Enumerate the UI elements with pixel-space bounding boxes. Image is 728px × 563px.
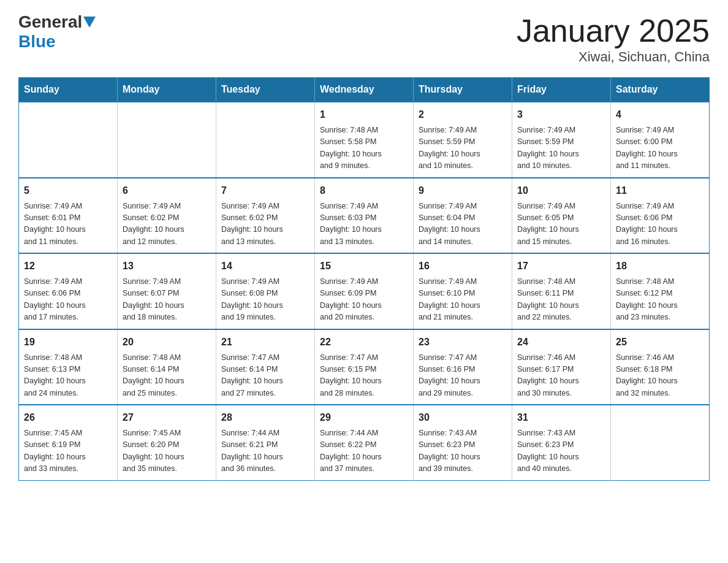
day-info: Sunrise: 7:49 AM Sunset: 6:07 PM Dayligh… bbox=[123, 276, 211, 324]
calendar-cell: 17Sunrise: 7:48 AM Sunset: 6:11 PM Dayli… bbox=[512, 253, 611, 329]
calendar-cell: 9Sunrise: 7:49 AM Sunset: 6:04 PM Daylig… bbox=[414, 178, 512, 254]
day-number: 17 bbox=[517, 259, 605, 274]
day-info: Sunrise: 7:47 AM Sunset: 6:14 PM Dayligh… bbox=[221, 352, 309, 400]
day-number: 16 bbox=[419, 259, 507, 274]
calendar-cell: 25Sunrise: 7:46 AM Sunset: 6:18 PM Dayli… bbox=[611, 329, 710, 405]
day-number: 28 bbox=[221, 410, 309, 425]
day-number: 31 bbox=[517, 410, 605, 425]
day-info: Sunrise: 7:49 AM Sunset: 6:06 PM Dayligh… bbox=[616, 201, 704, 248]
day-number: 27 bbox=[123, 410, 211, 425]
calendar-cell: 27Sunrise: 7:45 AM Sunset: 6:20 PM Dayli… bbox=[118, 405, 216, 480]
day-info: Sunrise: 7:43 AM Sunset: 6:23 PM Dayligh… bbox=[419, 427, 507, 475]
day-info: Sunrise: 7:49 AM Sunset: 6:06 PM Dayligh… bbox=[24, 276, 112, 324]
logo-general: General bbox=[18, 12, 82, 32]
calendar-header: SundayMondayTuesdayWednesdayThursdayFrid… bbox=[19, 78, 710, 102]
day-header-monday: Monday bbox=[118, 78, 216, 102]
calendar-title: January 2025 bbox=[517, 12, 710, 49]
day-info: Sunrise: 7:48 AM Sunset: 6:11 PM Dayligh… bbox=[517, 276, 605, 324]
calendar-cell: 12Sunrise: 7:49 AM Sunset: 6:06 PM Dayli… bbox=[19, 253, 118, 329]
logo-blue-text: Blue bbox=[18, 32, 56, 52]
day-info: Sunrise: 7:49 AM Sunset: 5:59 PM Dayligh… bbox=[419, 124, 507, 172]
day-info: Sunrise: 7:49 AM Sunset: 6:01 PM Dayligh… bbox=[24, 201, 112, 248]
day-number: 9 bbox=[419, 183, 507, 198]
calendar-cell: 2Sunrise: 7:49 AM Sunset: 5:59 PM Daylig… bbox=[414, 102, 512, 178]
day-info: Sunrise: 7:48 AM Sunset: 6:12 PM Dayligh… bbox=[616, 276, 704, 324]
calendar-cell: 8Sunrise: 7:49 AM Sunset: 6:03 PM Daylig… bbox=[315, 178, 414, 254]
day-header-friday: Friday bbox=[512, 78, 611, 102]
page-header: General Blue January 2025 Xiwai, Sichuan… bbox=[18, 12, 710, 65]
day-number: 24 bbox=[517, 335, 605, 350]
day-number: 22 bbox=[320, 335, 408, 350]
day-info: Sunrise: 7:49 AM Sunset: 6:03 PM Dayligh… bbox=[320, 201, 408, 248]
day-header-wednesday: Wednesday bbox=[315, 78, 414, 102]
day-number: 4 bbox=[616, 107, 704, 122]
day-number: 11 bbox=[616, 183, 704, 198]
calendar-cell bbox=[611, 405, 710, 480]
day-number: 7 bbox=[221, 183, 309, 198]
day-info: Sunrise: 7:49 AM Sunset: 5:59 PM Dayligh… bbox=[517, 124, 605, 172]
week-row-4: 26Sunrise: 7:45 AM Sunset: 6:19 PM Dayli… bbox=[19, 405, 710, 480]
day-number: 23 bbox=[419, 335, 507, 350]
calendar-cell: 22Sunrise: 7:47 AM Sunset: 6:15 PM Dayli… bbox=[315, 329, 414, 405]
day-info: Sunrise: 7:44 AM Sunset: 6:22 PM Dayligh… bbox=[320, 427, 408, 475]
calendar-cell: 7Sunrise: 7:49 AM Sunset: 6:02 PM Daylig… bbox=[216, 178, 315, 254]
calendar-cell: 18Sunrise: 7:48 AM Sunset: 6:12 PM Dayli… bbox=[611, 253, 710, 329]
day-number: 8 bbox=[320, 183, 408, 198]
day-info: Sunrise: 7:45 AM Sunset: 6:20 PM Dayligh… bbox=[123, 427, 211, 475]
day-header-saturday: Saturday bbox=[611, 78, 710, 102]
calendar-cell: 11Sunrise: 7:49 AM Sunset: 6:06 PM Dayli… bbox=[611, 178, 710, 254]
calendar-cell: 15Sunrise: 7:49 AM Sunset: 6:09 PM Dayli… bbox=[315, 253, 414, 329]
day-number: 12 bbox=[24, 259, 112, 274]
logo-blue: Blue bbox=[18, 32, 56, 51]
week-row-3: 19Sunrise: 7:48 AM Sunset: 6:13 PM Dayli… bbox=[19, 329, 710, 405]
calendar-cell bbox=[19, 102, 118, 178]
day-number: 26 bbox=[24, 410, 112, 425]
calendar-cell: 28Sunrise: 7:44 AM Sunset: 6:21 PM Dayli… bbox=[216, 405, 315, 480]
day-info: Sunrise: 7:47 AM Sunset: 6:16 PM Dayligh… bbox=[419, 352, 507, 400]
day-number: 18 bbox=[616, 259, 704, 274]
day-info: Sunrise: 7:44 AM Sunset: 6:21 PM Dayligh… bbox=[221, 427, 309, 475]
day-info: Sunrise: 7:49 AM Sunset: 6:10 PM Dayligh… bbox=[419, 276, 507, 324]
day-number: 19 bbox=[24, 335, 112, 350]
calendar-cell: 19Sunrise: 7:48 AM Sunset: 6:13 PM Dayli… bbox=[19, 329, 118, 405]
day-info: Sunrise: 7:49 AM Sunset: 6:04 PM Dayligh… bbox=[419, 201, 507, 248]
day-number: 2 bbox=[419, 107, 507, 122]
day-header-thursday: Thursday bbox=[414, 78, 512, 102]
logo-triangle-icon bbox=[83, 17, 96, 28]
day-header-tuesday: Tuesday bbox=[216, 78, 315, 102]
calendar-cell bbox=[118, 102, 216, 178]
day-info: Sunrise: 7:43 AM Sunset: 6:23 PM Dayligh… bbox=[517, 427, 605, 475]
day-info: Sunrise: 7:48 AM Sunset: 5:58 PM Dayligh… bbox=[320, 124, 408, 172]
calendar-cell: 4Sunrise: 7:49 AM Sunset: 6:00 PM Daylig… bbox=[611, 102, 710, 178]
day-info: Sunrise: 7:45 AM Sunset: 6:19 PM Dayligh… bbox=[24, 427, 112, 475]
calendar-table: SundayMondayTuesdayWednesdayThursdayFrid… bbox=[18, 77, 710, 481]
day-number: 21 bbox=[221, 335, 309, 350]
calendar-cell: 13Sunrise: 7:49 AM Sunset: 6:07 PM Dayli… bbox=[118, 253, 216, 329]
day-number: 5 bbox=[24, 183, 112, 198]
day-number: 20 bbox=[123, 335, 211, 350]
day-number: 6 bbox=[123, 183, 211, 198]
calendar-cell: 24Sunrise: 7:46 AM Sunset: 6:17 PM Dayli… bbox=[512, 329, 611, 405]
day-info: Sunrise: 7:49 AM Sunset: 6:02 PM Dayligh… bbox=[221, 201, 309, 248]
day-info: Sunrise: 7:49 AM Sunset: 6:09 PM Dayligh… bbox=[320, 276, 408, 324]
calendar-cell: 14Sunrise: 7:49 AM Sunset: 6:08 PM Dayli… bbox=[216, 253, 315, 329]
calendar-cell: 3Sunrise: 7:49 AM Sunset: 5:59 PM Daylig… bbox=[512, 102, 611, 178]
calendar-subtitle: Xiwai, Sichuan, China bbox=[517, 49, 710, 65]
day-info: Sunrise: 7:46 AM Sunset: 6:17 PM Dayligh… bbox=[517, 352, 605, 400]
week-row-0: 1Sunrise: 7:48 AM Sunset: 5:58 PM Daylig… bbox=[19, 102, 710, 178]
week-row-1: 5Sunrise: 7:49 AM Sunset: 6:01 PM Daylig… bbox=[19, 178, 710, 254]
day-number: 14 bbox=[221, 259, 309, 274]
calendar-cell: 26Sunrise: 7:45 AM Sunset: 6:19 PM Dayli… bbox=[19, 405, 118, 480]
calendar-cell: 1Sunrise: 7:48 AM Sunset: 5:58 PM Daylig… bbox=[315, 102, 414, 178]
calendar-cell: 20Sunrise: 7:48 AM Sunset: 6:14 PM Dayli… bbox=[118, 329, 216, 405]
title-section: January 2025 Xiwai, Sichuan, China bbox=[517, 12, 710, 65]
day-number: 13 bbox=[123, 259, 211, 274]
day-number: 30 bbox=[419, 410, 507, 425]
calendar-cell: 31Sunrise: 7:43 AM Sunset: 6:23 PM Dayli… bbox=[512, 405, 611, 480]
day-info: Sunrise: 7:48 AM Sunset: 6:13 PM Dayligh… bbox=[24, 352, 112, 400]
day-number: 15 bbox=[320, 259, 408, 274]
day-header-sunday: Sunday bbox=[19, 78, 118, 102]
calendar-cell: 23Sunrise: 7:47 AM Sunset: 6:16 PM Dayli… bbox=[414, 329, 512, 405]
day-number: 10 bbox=[517, 183, 605, 198]
calendar-body: 1Sunrise: 7:48 AM Sunset: 5:58 PM Daylig… bbox=[19, 102, 710, 480]
